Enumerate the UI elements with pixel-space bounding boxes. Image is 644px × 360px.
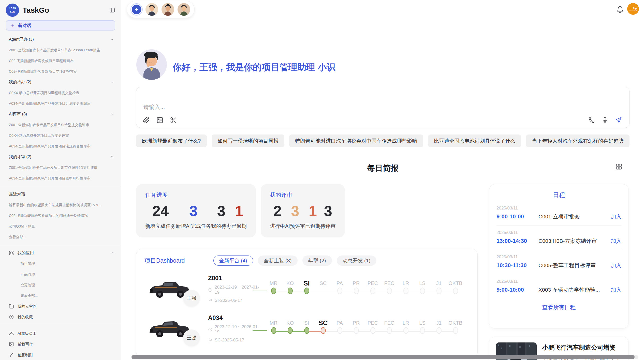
sidebar-item[interactable]: Z001-全新燃油轻卡产品开发项目SI造型提交物评审 [6, 119, 115, 130]
stat-label: AI预评审 [285, 223, 305, 230]
suggestion-chip[interactable]: 当下年轻人对汽车外观有怎样的喜好趋势 [526, 134, 630, 147]
sidebar-section-header[interactable]: Agent已办 (3) [6, 34, 115, 45]
chat-input[interactable] [143, 102, 550, 112]
recent-chat-item[interactable]: 解释最新出台的欧盟报废车法规再生塑料比例被调至15%... [6, 200, 115, 210]
project-info: A034 2023-12-19 ~ 2026-01-19 SC-2025-05-… [208, 314, 263, 343]
milestone-strip: MR KO [265, 320, 464, 337]
microphone-icon[interactable] [602, 117, 608, 124]
sidebar-section-header[interactable]: AI评审 (3) [6, 109, 115, 119]
sidebar-section-header[interactable]: 我的待办 (2) [6, 77, 115, 87]
event-join-link[interactable]: 加入 [611, 286, 621, 293]
sidebar-section-header[interactable]: 我的评审 (2) [6, 152, 115, 162]
sidebar-section: Agent已办 (3) Z001-全新燃油皮卡产品开发项目SI节点Lesson … [6, 34, 115, 77]
sidebar-item[interactable]: Z001-全新燃油轻卡产品开发项目SI节点属性5D文件评审 [6, 162, 115, 173]
sidebar-item[interactable]: C02-飞腾新能源轻客改款项目里程碑画布 [6, 55, 115, 66]
suggestion-chip[interactable]: 特朗普可能对进口汽车增税会对中国车企造成哪些影响 [289, 134, 423, 147]
app-item[interactable]: 产品管理 [6, 269, 115, 280]
layout-grid-icon[interactable] [616, 163, 622, 171]
chevron-up-icon [110, 37, 114, 42]
paperclip-icon[interactable] [143, 117, 150, 124]
milestone-dot [354, 327, 359, 334]
dashboard-tab[interactable]: 全新上装 (3) [258, 256, 298, 266]
milestone-strip: MR KO [265, 280, 464, 298]
sidebar-item[interactable]: A034-全新新能源MUV产品开发项目计划变更表编写 [6, 98, 115, 109]
new-chat-button[interactable]: ＋ 新对话 [6, 20, 115, 31]
sidebar-item[interactable]: C02-飞腾新能源轻客改款项目立项汇报方案 [6, 66, 115, 77]
user-avatar[interactable]: 王强 [627, 3, 639, 15]
new-chat-label: 新对话 [18, 23, 31, 28]
scissors-icon[interactable] [170, 117, 177, 124]
my-apps-header[interactable]: 我的应用 [6, 248, 115, 258]
app-item[interactable]: 项目管理 [6, 258, 115, 269]
milestone-dot [271, 288, 276, 294]
phone-icon[interactable] [588, 117, 595, 124]
event-join-link[interactable]: 加入 [611, 237, 621, 245]
sidebar-item-favorites[interactable]: 我的收藏 [6, 312, 115, 322]
milestone-dot [436, 327, 442, 334]
chevron-up-icon [111, 251, 115, 255]
add-session-button[interactable]: + [131, 4, 142, 15]
sidebar-item[interactable]: C0X4-动力总成开发项目SI里程碑提交物检查 [6, 87, 115, 98]
stat-label: 新增AI完成任务 [176, 223, 211, 230]
dashboard-tab[interactable]: 年型 (2) [302, 256, 332, 266]
sidebar-item-draw[interactable]: 创意制图 [6, 350, 115, 360]
stat-card-title: 我的评审 [270, 191, 336, 199]
sidebar-section: 我的待办 (2) C0X4-动力总成开发项目SI里程碑提交物检查 A034-全新… [6, 77, 115, 109]
suggestion-chip[interactable]: 比亚迪全固态电池计划具体说了什么 [428, 134, 521, 147]
sidebar-item[interactable]: Z001-全新燃油皮卡产品开发项目SI节点Lesson Learn报告 [6, 45, 115, 55]
avatar[interactable] [178, 3, 190, 16]
dashboard-tab[interactable]: 动总开发 (1) [337, 256, 376, 266]
project-dates-text: 2023-12-19 ~ 2026-01-19 [215, 324, 263, 335]
sidebar-item-cloud[interactable]: 我的云空间 [6, 301, 115, 312]
event-date: 2025/03/11 [496, 279, 621, 284]
horizontal-scrollbar[interactable] [131, 355, 635, 359]
suggestion-chip[interactable]: 欧洲新规最近颁布了什么? [136, 134, 207, 147]
app-item[interactable]: 查看全部... [6, 290, 115, 301]
project-code: A034 [208, 314, 263, 321]
collapse-sidebar-icon[interactable] [109, 7, 115, 13]
event-join-link[interactable]: 加入 [611, 213, 621, 220]
project-row[interactable]: 王强 A034 2023-12-19 ~ 2026-01-19 SC-2025-… [144, 312, 469, 345]
event-join-link[interactable]: 加入 [611, 262, 621, 269]
recent-chat-item[interactable]: 查看全部... [6, 232, 115, 242]
milestone-dot [304, 327, 309, 334]
schedule-title: 日程 [496, 191, 621, 199]
app-item[interactable]: 变更管理 [6, 280, 115, 290]
sidebar-item[interactable]: A034-全新新能源MUV产品开发项目造型可行性评审 [6, 173, 115, 184]
avatar[interactable] [145, 3, 158, 16]
project-row[interactable]: 王强 Z001 2023-12-19 ~ 2027-01-19 SI-2025-… [144, 272, 469, 305]
schedule-list: 2025/03/11 9:00-10:00 C001-立项审批会 加入 2025… [496, 201, 621, 298]
milestone-label: LS [414, 280, 431, 287]
avatar[interactable] [162, 3, 174, 16]
view-all-schedule-link[interactable]: 查看所有日程 [496, 304, 621, 311]
project-dates-text: 2023-12-19 ~ 2027-01-19 [215, 285, 263, 295]
stat-label: 我的待办 [211, 223, 231, 230]
sidebar-item[interactable]: A034-全新新能源MUV产品开发项目法规符合性评审 [6, 141, 115, 152]
send-icon[interactable] [615, 116, 622, 124]
milestone-dot [288, 327, 293, 334]
suggestion-chip[interactable]: 如何写一份清晰的项目周报 [212, 134, 285, 147]
milestone-label: KO [282, 280, 298, 287]
stat: 1 已逾期 [305, 203, 320, 230]
project-image: 王强 [147, 316, 192, 341]
stat-card: 任务进度 24 新增完成任务 3 新增AI完成任务 [136, 184, 256, 237]
stat-value: 3 [320, 203, 336, 219]
sidebar-item-write[interactable]: 帮我写作 [6, 339, 115, 350]
milestone-label: PA [331, 280, 348, 287]
milestone-label: FEC [381, 320, 398, 326]
recent-chat-item[interactable]: C02-飞腾新能源轻客改款项目的闭环通告反馈情况 [6, 210, 115, 221]
event-date: 2025/03/11 [496, 206, 621, 211]
notification-bell-icon[interactable] [616, 6, 624, 14]
recent-chat-item[interactable]: 公司Q3轻卡销量 [6, 221, 115, 232]
dashboard-tab[interactable]: 全新平台 (4) [213, 256, 253, 266]
schedule-event: 2025/03/11 9:00-10:00 C001-立项审批会 加入 [496, 201, 621, 226]
flag-icon [208, 298, 212, 303]
sidebar-item[interactable]: C0X4-动力总成开发项目工程变更评审 [6, 130, 115, 141]
milestone-dot [370, 327, 375, 334]
app-logo: Task Go [6, 4, 19, 17]
milestone: KO [282, 320, 298, 337]
sidebar-item-ai-staff[interactable]: AI超级员工 [6, 328, 115, 339]
image-icon[interactable] [156, 117, 163, 124]
event-name: C005-整车工程目标评审 [538, 262, 611, 269]
recent-chats-header: 最近对话 [6, 189, 115, 200]
